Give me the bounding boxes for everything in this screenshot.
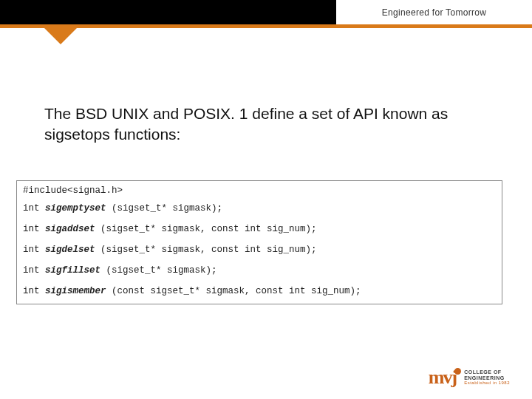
orange-notch-icon — [44, 28, 77, 44]
footer-logo: mvj COLLEGE OF ENGINEERING Established i… — [429, 366, 510, 389]
code-line: int sigfillset (sigset_t* sigmask); — [23, 265, 496, 276]
code-include: #include<signal.h> — [23, 185, 496, 196]
code-line: int sigaddset (sigset_t* sigmask, const … — [23, 224, 496, 234]
intro-paragraph: The BSD UNIX and POSIX. 1 define a set o… — [44, 103, 488, 146]
logo-dot-icon — [454, 368, 461, 375]
logo-text: COLLEGE OF ENGINEERING Established in 19… — [464, 369, 510, 386]
header-black-block — [0, 0, 336, 24]
code-box: #include<signal.h> int sigemptyset (sigs… — [16, 180, 502, 304]
code-line: int sigismember (const sigset_t* sigmask… — [23, 286, 496, 296]
tagline-text: Engineered for Tomorrow — [382, 7, 486, 18]
code-line: int sigemptyset (sigset_t* sigmask); — [23, 203, 496, 214]
logo-mark: mvj — [429, 366, 461, 389]
header-tagline-area: Engineered for Tomorrow — [336, 0, 532, 24]
code-line: int sigdelset (sigset_t* sigmask, const … — [23, 245, 496, 255]
header-bar: Engineered for Tomorrow — [0, 0, 532, 28]
